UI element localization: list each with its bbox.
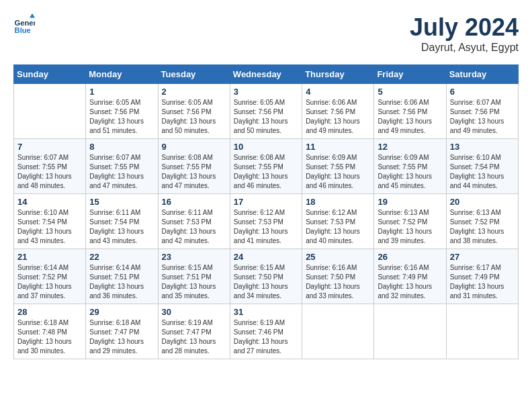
day-info: Sunrise: 6:08 AMSunset: 7:55 PMDaylight:… bbox=[162, 153, 226, 191]
day-number: 23 bbox=[162, 252, 226, 262]
calendar-cell: 4Sunrise: 6:06 AMSunset: 7:56 PMDaylight… bbox=[302, 84, 374, 139]
day-info: Sunrise: 6:12 AMSunset: 7:53 PMDaylight:… bbox=[306, 208, 370, 246]
calendar-cell: 17Sunrise: 6:12 AMSunset: 7:53 PMDayligh… bbox=[230, 194, 302, 249]
calendar-cell: 1Sunrise: 6:05 AMSunset: 7:56 PMDaylight… bbox=[86, 84, 158, 139]
logo-icon: General Blue bbox=[13, 13, 35, 35]
day-info: Sunrise: 6:07 AMSunset: 7:55 PMDaylight:… bbox=[89, 153, 154, 191]
calendar-cell bbox=[374, 304, 446, 359]
day-info: Sunrise: 6:05 AMSunset: 7:56 PMDaylight:… bbox=[162, 98, 226, 136]
day-info: Sunrise: 6:05 AMSunset: 7:56 PMDaylight:… bbox=[234, 98, 298, 136]
day-number: 7 bbox=[17, 142, 82, 152]
day-info: Sunrise: 6:19 AMSunset: 7:46 PMDaylight:… bbox=[234, 318, 298, 356]
calendar-cell bbox=[302, 304, 374, 359]
calendar-cell: 8Sunrise: 6:07 AMSunset: 7:55 PMDaylight… bbox=[86, 139, 158, 194]
day-info: Sunrise: 6:07 AMSunset: 7:56 PMDaylight:… bbox=[450, 98, 515, 136]
day-info: Sunrise: 6:09 AMSunset: 7:55 PMDaylight:… bbox=[378, 153, 442, 191]
svg-marker-2 bbox=[30, 13, 35, 17]
day-info: Sunrise: 6:10 AMSunset: 7:54 PMDaylight:… bbox=[17, 208, 82, 246]
day-number: 8 bbox=[89, 142, 154, 152]
svg-text:General: General bbox=[15, 19, 35, 27]
day-number: 1 bbox=[89, 87, 154, 97]
day-info: Sunrise: 6:11 AMSunset: 7:53 PMDaylight:… bbox=[162, 208, 226, 246]
calendar-cell: 30Sunrise: 6:19 AMSunset: 7:47 PMDayligh… bbox=[158, 304, 230, 359]
calendar-cell: 16Sunrise: 6:11 AMSunset: 7:53 PMDayligh… bbox=[158, 194, 230, 249]
month-year: July 2024 bbox=[410, 13, 519, 42]
calendar-cell bbox=[446, 304, 518, 359]
col-header-saturday: Saturday bbox=[446, 65, 518, 84]
day-info: Sunrise: 6:15 AMSunset: 7:50 PMDaylight:… bbox=[234, 263, 298, 301]
col-header-monday: Monday bbox=[86, 65, 158, 84]
calendar-table: SundayMondayTuesdayWednesdayThursdayFrid… bbox=[13, 64, 519, 359]
day-number: 6 bbox=[450, 87, 515, 97]
calendar-cell: 12Sunrise: 6:09 AMSunset: 7:55 PMDayligh… bbox=[374, 139, 446, 194]
calendar-cell: 10Sunrise: 6:08 AMSunset: 7:55 PMDayligh… bbox=[230, 139, 302, 194]
day-info: Sunrise: 6:14 AMSunset: 7:52 PMDaylight:… bbox=[17, 263, 82, 301]
col-header-wednesday: Wednesday bbox=[230, 65, 302, 84]
day-number: 16 bbox=[162, 197, 226, 207]
calendar-cell: 15Sunrise: 6:11 AMSunset: 7:54 PMDayligh… bbox=[86, 194, 158, 249]
calendar-cell: 25Sunrise: 6:16 AMSunset: 7:50 PMDayligh… bbox=[302, 249, 374, 304]
day-number: 25 bbox=[306, 252, 370, 262]
day-info: Sunrise: 6:10 AMSunset: 7:54 PMDaylight:… bbox=[450, 153, 515, 191]
calendar-cell: 23Sunrise: 6:15 AMSunset: 7:51 PMDayligh… bbox=[158, 249, 230, 304]
day-number: 18 bbox=[306, 197, 370, 207]
day-number: 21 bbox=[17, 252, 82, 262]
day-number: 2 bbox=[162, 87, 226, 97]
day-info: Sunrise: 6:05 AMSunset: 7:56 PMDaylight:… bbox=[89, 98, 154, 136]
day-number: 22 bbox=[89, 252, 154, 262]
day-number: 29 bbox=[89, 307, 154, 317]
day-info: Sunrise: 6:18 AMSunset: 7:47 PMDaylight:… bbox=[89, 318, 154, 356]
day-number: 17 bbox=[234, 197, 298, 207]
day-info: Sunrise: 6:19 AMSunset: 7:47 PMDaylight:… bbox=[162, 318, 226, 356]
page-header: General Blue July 2024 Dayrut, Asyut, Eg… bbox=[13, 13, 519, 54]
day-info: Sunrise: 6:18 AMSunset: 7:48 PMDaylight:… bbox=[17, 318, 82, 356]
day-number: 10 bbox=[234, 142, 298, 152]
day-info: Sunrise: 6:11 AMSunset: 7:54 PMDaylight:… bbox=[89, 208, 154, 246]
day-number: 14 bbox=[17, 197, 82, 207]
day-info: Sunrise: 6:15 AMSunset: 7:51 PMDaylight:… bbox=[162, 263, 226, 301]
calendar-cell: 11Sunrise: 6:09 AMSunset: 7:55 PMDayligh… bbox=[302, 139, 374, 194]
calendar-cell: 27Sunrise: 6:17 AMSunset: 7:49 PMDayligh… bbox=[446, 249, 518, 304]
calendar-cell: 2Sunrise: 6:05 AMSunset: 7:56 PMDaylight… bbox=[158, 84, 230, 139]
day-number: 3 bbox=[234, 87, 298, 97]
col-header-friday: Friday bbox=[374, 65, 446, 84]
calendar-cell: 7Sunrise: 6:07 AMSunset: 7:55 PMDaylight… bbox=[14, 139, 86, 194]
calendar-cell: 31Sunrise: 6:19 AMSunset: 7:46 PMDayligh… bbox=[230, 304, 302, 359]
day-info: Sunrise: 6:07 AMSunset: 7:55 PMDaylight:… bbox=[17, 153, 82, 191]
calendar-cell: 20Sunrise: 6:13 AMSunset: 7:52 PMDayligh… bbox=[446, 194, 518, 249]
calendar-cell: 3Sunrise: 6:05 AMSunset: 7:56 PMDaylight… bbox=[230, 84, 302, 139]
day-number: 26 bbox=[378, 252, 442, 262]
day-number: 13 bbox=[450, 142, 515, 152]
day-number: 5 bbox=[378, 87, 442, 97]
svg-text:Blue: Blue bbox=[15, 26, 31, 34]
logo: General Blue bbox=[13, 13, 35, 35]
calendar-cell: 18Sunrise: 6:12 AMSunset: 7:53 PMDayligh… bbox=[302, 194, 374, 249]
day-info: Sunrise: 6:16 AMSunset: 7:50 PMDaylight:… bbox=[306, 263, 370, 301]
col-header-tuesday: Tuesday bbox=[158, 65, 230, 84]
day-info: Sunrise: 6:12 AMSunset: 7:53 PMDaylight:… bbox=[234, 208, 298, 246]
day-number: 24 bbox=[234, 252, 298, 262]
calendar-cell: 28Sunrise: 6:18 AMSunset: 7:48 PMDayligh… bbox=[14, 304, 86, 359]
calendar-cell: 29Sunrise: 6:18 AMSunset: 7:47 PMDayligh… bbox=[86, 304, 158, 359]
day-info: Sunrise: 6:06 AMSunset: 7:56 PMDaylight:… bbox=[378, 98, 442, 136]
day-number: 20 bbox=[450, 197, 515, 207]
day-number: 27 bbox=[450, 252, 515, 262]
calendar-cell: 5Sunrise: 6:06 AMSunset: 7:56 PMDaylight… bbox=[374, 84, 446, 139]
col-header-thursday: Thursday bbox=[302, 65, 374, 84]
calendar-cell: 6Sunrise: 6:07 AMSunset: 7:56 PMDaylight… bbox=[446, 84, 518, 139]
day-number: 12 bbox=[378, 142, 442, 152]
day-info: Sunrise: 6:17 AMSunset: 7:49 PMDaylight:… bbox=[450, 263, 515, 301]
day-info: Sunrise: 6:14 AMSunset: 7:51 PMDaylight:… bbox=[89, 263, 154, 301]
day-number: 28 bbox=[17, 307, 82, 317]
day-number: 15 bbox=[89, 197, 154, 207]
day-number: 9 bbox=[162, 142, 226, 152]
location: Dayrut, Asyut, Egypt bbox=[410, 42, 519, 54]
title-block: July 2024 Dayrut, Asyut, Egypt bbox=[410, 13, 519, 54]
day-info: Sunrise: 6:06 AMSunset: 7:56 PMDaylight:… bbox=[306, 98, 370, 136]
calendar-cell: 9Sunrise: 6:08 AMSunset: 7:55 PMDaylight… bbox=[158, 139, 230, 194]
day-number: 31 bbox=[234, 307, 298, 317]
day-info: Sunrise: 6:13 AMSunset: 7:52 PMDaylight:… bbox=[450, 208, 515, 246]
day-info: Sunrise: 6:08 AMSunset: 7:55 PMDaylight:… bbox=[234, 153, 298, 191]
day-number: 4 bbox=[306, 87, 370, 97]
calendar-cell: 21Sunrise: 6:14 AMSunset: 7:52 PMDayligh… bbox=[14, 249, 86, 304]
